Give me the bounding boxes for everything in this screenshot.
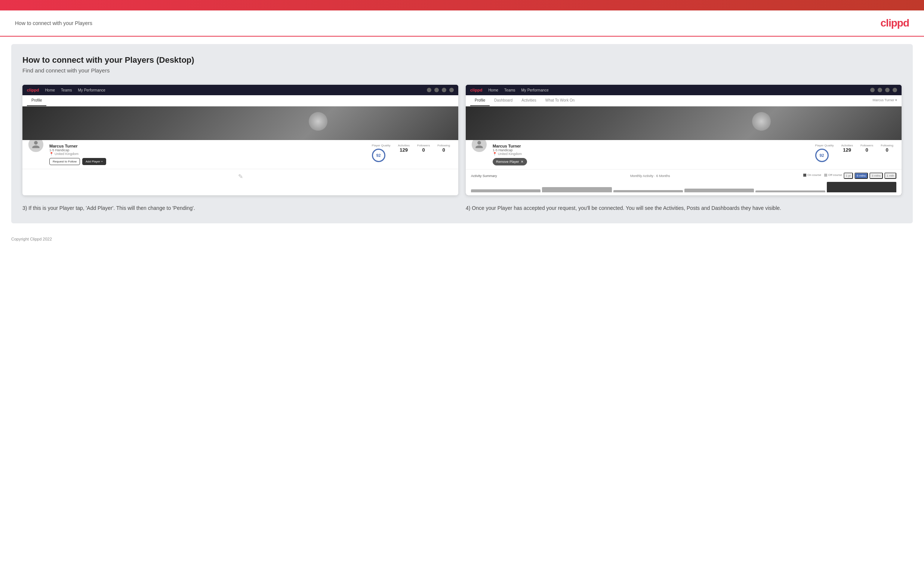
right-nav-teams: Teams	[504, 88, 515, 92]
left-logo: clippd	[27, 88, 39, 92]
captions-row: 3) If this is your Player tap, 'Add Play…	[23, 204, 901, 212]
right-nav-home: Home	[488, 88, 498, 92]
caption-left: 3) If this is your Player tap, 'Add Play…	[23, 204, 458, 212]
right-search-icon	[870, 88, 875, 92]
breadcrumb: How to connect with your Players	[15, 20, 92, 26]
right-tab-profile[interactable]: Profile	[470, 95, 489, 106]
left-tab-profile[interactable]: Profile	[27, 95, 46, 106]
page-subtitle: Find and connect with your Players	[23, 67, 901, 74]
right-following-label: Following	[880, 144, 893, 147]
left-tabs: Profile	[23, 95, 458, 106]
main-content: How to connect with your Players (Deskto…	[11, 44, 913, 223]
right-profile-area: Marcus Turner 1-5 Handicap 📍 United King…	[466, 140, 901, 169]
left-nav-teams: Teams	[61, 88, 72, 92]
left-followers-label: Followers	[417, 144, 430, 147]
left-following-value: 0	[437, 147, 450, 153]
copyright-text: Copyright Clippd 2022	[11, 237, 52, 241]
left-handicap: 1-5 Handicap	[49, 148, 364, 152]
right-tab-what-to-work-on[interactable]: What To Work On	[541, 95, 579, 106]
right-banner	[466, 106, 901, 140]
left-followers-value: 0	[417, 147, 430, 153]
right-user-icon	[878, 88, 882, 92]
screenshot-right: clippd Home Teams My Performance Profile…	[466, 85, 901, 195]
search-icon	[427, 88, 431, 92]
activity-legend: On course Off course	[803, 173, 842, 177]
page-title: How to connect with your Players (Deskto…	[23, 55, 901, 65]
right-handicap: 1-5 Handicap	[493, 148, 807, 152]
left-following-label: Following	[437, 144, 450, 147]
pencil-icon: ✎	[238, 173, 243, 180]
time-btn-1mth[interactable]: 1 mth	[884, 172, 897, 179]
left-stat-followers: Followers 0	[417, 144, 430, 162]
right-user-info: Marcus Turner 1-5 Handicap 📍 United King…	[493, 144, 807, 166]
caption-right: 4) Once your Player has accepted your re…	[466, 204, 901, 212]
screenshot-left: clippd Home Teams My Performance Profile	[23, 85, 458, 195]
user-icon	[435, 88, 439, 92]
chart-bar-4	[684, 189, 754, 192]
top-bar	[0, 0, 924, 10]
location-pin-icon: 📍	[49, 152, 53, 156]
right-username: Marcus Turner	[493, 144, 807, 148]
right-followers-label: Followers	[861, 144, 873, 147]
caption-left-text: 3) If this is your Player tap, 'Add Play…	[23, 205, 195, 211]
on-course-dot	[803, 174, 806, 177]
right-logo: clippd	[470, 88, 482, 92]
right-quality: Player Quality 92	[815, 144, 834, 162]
left-quality-label: Player Quality	[372, 144, 391, 147]
add-player-button[interactable]: Add Player +	[82, 158, 106, 165]
right-globe-icon	[893, 88, 897, 92]
chart-bar-3	[613, 190, 683, 192]
right-following-value: 0	[880, 147, 893, 153]
left-browser: clippd Home Teams My Performance Profile	[23, 85, 458, 184]
left-location: 📍 United Kingdom	[49, 152, 364, 156]
right-tabs: Profile Dashboard Activities What To Wor…	[466, 95, 901, 106]
clippd-logo: clippd	[880, 17, 909, 29]
right-activities-label: Activities	[841, 144, 853, 147]
activity-controls: On course Off course 1 yr 6 mths 3 mths …	[803, 172, 897, 179]
right-browser: clippd Home Teams My Performance Profile…	[466, 85, 901, 195]
right-stats: Player Quality 92 Activities 129 Followe…	[812, 144, 897, 162]
right-settings-icon	[885, 88, 890, 92]
right-location: 📍 United Kingdom	[493, 152, 807, 156]
left-profile-area: Marcus Turner 1-5 Handicap 📍 United King…	[23, 140, 458, 169]
header: How to connect with your Players clippd	[0, 10, 924, 37]
left-quality-circle: 92	[372, 148, 385, 162]
time-btn-3mths[interactable]: 3 mths	[869, 172, 883, 179]
activity-section: Activity Summary Monthly Activity · 6 Mo…	[466, 169, 901, 195]
right-nav: clippd Home Teams My Performance	[466, 85, 901, 95]
time-btn-6mths[interactable]: 6 mths	[855, 172, 868, 179]
left-banner	[23, 106, 458, 140]
caption-right-text: 4) Once your Player has accepted your re…	[466, 205, 781, 211]
globe-icon	[449, 88, 454, 92]
time-btn-1yr[interactable]: 1 yr	[844, 172, 853, 179]
left-username: Marcus Turner	[49, 144, 364, 148]
left-banner-circle	[309, 112, 328, 131]
off-course-dot	[824, 174, 827, 177]
chart-bar-1	[471, 189, 541, 192]
right-location-pin-icon: 📍	[493, 152, 497, 156]
request-follow-button[interactable]: Request to Follow	[49, 158, 80, 165]
right-quality-circle: 92	[815, 148, 829, 162]
activity-title: Activity Summary	[471, 174, 497, 178]
left-buttons: Request to Follow Add Player +	[49, 158, 364, 165]
chart-bar-2	[542, 187, 612, 192]
chart-bar-5	[755, 190, 825, 192]
right-activities-value: 129	[841, 147, 853, 153]
activity-period: Monthly Activity · 6 Months	[630, 174, 670, 178]
left-stat-following: Following 0	[437, 144, 450, 162]
right-tab-activities[interactable]: Activities	[517, 95, 541, 106]
right-user-dropdown[interactable]: Marcus Turner ▾	[872, 95, 897, 106]
left-stats: Player Quality 92 Activities 129 Followe…	[369, 144, 453, 162]
right-stat-followers: Followers 0	[861, 144, 873, 162]
close-icon: ✕	[521, 160, 524, 164]
legend-off-course: Off course	[824, 173, 842, 177]
settings-icon	[442, 88, 446, 92]
activity-header: Activity Summary Monthly Activity · 6 Mo…	[471, 172, 897, 179]
right-stat-following: Following 0	[880, 144, 893, 162]
remove-player-button[interactable]: Remove Player ✕	[493, 158, 527, 166]
left-nav-home: Home	[45, 88, 55, 92]
left-user-info: Marcus Turner 1-5 Handicap 📍 United King…	[49, 144, 364, 165]
chart-bar-6	[827, 182, 897, 192]
right-tab-dashboard[interactable]: Dashboard	[489, 95, 517, 106]
right-nav-performance: My Performance	[522, 88, 549, 92]
